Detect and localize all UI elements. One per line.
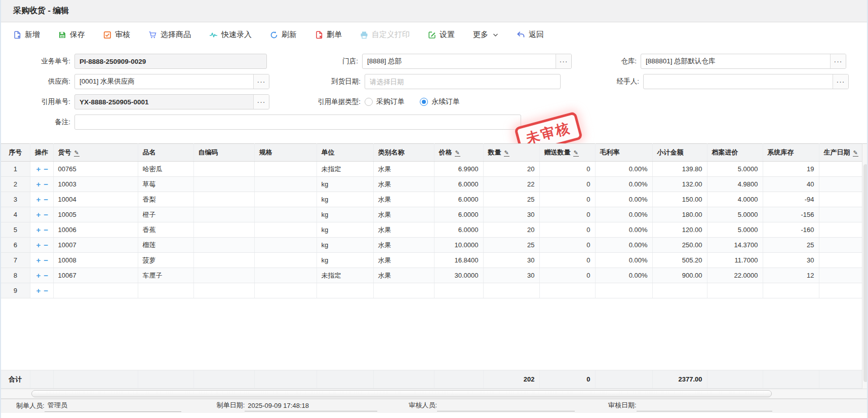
ref-no-picker-button[interactable]: ··· xyxy=(253,95,269,109)
cell-custom_code xyxy=(193,238,254,253)
remove-row-icon[interactable]: − xyxy=(42,241,50,249)
remove-row-icon[interactable]: − xyxy=(42,210,50,219)
cell-qty[interactable]: 25 xyxy=(483,238,539,253)
cell-prod_date[interactable] xyxy=(819,207,862,222)
refresh-button[interactable]: 刷新 xyxy=(270,30,297,40)
warehouse-picker-button[interactable]: ··· xyxy=(830,54,846,68)
supplier-picker-button[interactable]: ··· xyxy=(253,74,269,89)
cell-prod_date[interactable] xyxy=(819,268,862,283)
handler-picker-button[interactable]: ··· xyxy=(833,74,848,89)
remove-row-icon[interactable]: − xyxy=(42,225,50,234)
cell-price[interactable]: 6.0000 xyxy=(434,177,483,192)
cell-qty[interactable]: 30 xyxy=(483,268,539,283)
cell-gift_qty[interactable]: 0 xyxy=(539,222,595,238)
cell-item_no[interactable]: 10007 xyxy=(53,238,138,253)
remove-row-icon[interactable]: − xyxy=(42,286,50,295)
cell-price[interactable]: 30.0000 xyxy=(434,268,483,283)
quick-entry-button[interactable]: 快速录入 xyxy=(209,30,252,40)
column-header-label: 操作 xyxy=(35,148,48,156)
add-row-icon[interactable]: + xyxy=(35,241,43,249)
cell-qty[interactable]: 25 xyxy=(483,192,539,207)
cell-gift_qty[interactable] xyxy=(539,283,595,298)
cell-qty[interactable]: 30 xyxy=(483,253,539,268)
remove-row-icon[interactable]: − xyxy=(42,256,50,264)
store-picker-button[interactable]: ··· xyxy=(556,54,571,68)
cell-price[interactable]: 16.8400 xyxy=(434,253,483,268)
store-input[interactable] xyxy=(363,54,556,68)
add-row-icon[interactable]: + xyxy=(35,271,43,280)
supplier-input[interactable] xyxy=(75,74,253,89)
vertical-scrollbar[interactable] xyxy=(862,143,868,389)
remove-row-icon[interactable]: − xyxy=(42,180,50,188)
add-row-icon[interactable]: + xyxy=(35,225,43,234)
cell-price[interactable] xyxy=(434,283,483,298)
cell-subtotal: 150.00 xyxy=(652,192,707,207)
supplier-field: ··· xyxy=(74,74,269,89)
cell-item_no[interactable]: 10008 xyxy=(53,253,138,268)
add-row-icon[interactable]: + xyxy=(35,256,43,264)
add-row-icon[interactable]: + xyxy=(35,210,43,219)
handler-input[interactable] xyxy=(644,74,833,89)
radio-perpetual-order[interactable]: 永续订单 xyxy=(420,97,460,106)
cell-gift_qty[interactable]: 0 xyxy=(539,268,595,283)
cell-price[interactable]: 10.0000 xyxy=(434,238,483,253)
new-button[interactable]: 新增 xyxy=(13,30,40,40)
column-header-label: 自编码 xyxy=(199,148,218,156)
cell-gift_qty[interactable]: 0 xyxy=(539,253,595,268)
vertical-scrollbar-thumb[interactable] xyxy=(863,164,868,382)
more-button[interactable]: 更多 xyxy=(473,30,498,40)
delete-order-button[interactable]: 删单 xyxy=(315,30,342,40)
cell-item_no[interactable]: 10006 xyxy=(53,222,138,238)
add-row-icon[interactable]: + xyxy=(35,180,43,188)
cell-category: 水果 xyxy=(373,192,434,207)
cell-price[interactable]: 6.0000 xyxy=(434,207,483,222)
arrival-date-input[interactable] xyxy=(365,74,560,89)
cell-qty[interactable]: 30 xyxy=(483,207,539,222)
column-header-label: 小计金额 xyxy=(657,148,684,156)
horizontal-scrollbar[interactable] xyxy=(1,389,867,399)
save-button[interactable]: 保存 xyxy=(58,30,85,40)
add-row-icon[interactable]: + xyxy=(35,195,43,204)
cell-qty[interactable]: 20 xyxy=(483,162,539,177)
cell-item_no[interactable]: 10004 xyxy=(53,192,138,207)
cell-item_no[interactable]: 00765 xyxy=(53,162,138,177)
cell-prod_date[interactable] xyxy=(819,162,862,177)
cell-item_no[interactable]: 10005 xyxy=(53,207,138,222)
radio-purchase-order-label: 采购订单 xyxy=(376,97,405,106)
cell-gift_qty[interactable]: 0 xyxy=(539,207,595,222)
add-row-icon[interactable]: + xyxy=(35,165,43,173)
cell-qty[interactable]: 22 xyxy=(483,177,539,192)
cell-gift_qty[interactable]: 0 xyxy=(539,162,595,177)
cell-price[interactable]: 6.0000 xyxy=(434,222,483,238)
cell-prod_date[interactable] xyxy=(819,283,862,298)
cell-gift_qty[interactable]: 0 xyxy=(539,192,595,207)
back-button[interactable]: 返回 xyxy=(517,30,544,40)
cell-item_no[interactable]: 10067 xyxy=(53,268,138,283)
remove-row-icon[interactable]: − xyxy=(42,195,50,204)
settings-button[interactable]: 设置 xyxy=(428,30,455,40)
cell-gift_qty[interactable]: 0 xyxy=(539,238,595,253)
cell-qty[interactable]: 20 xyxy=(483,222,539,238)
cell-prod_date[interactable] xyxy=(819,177,862,192)
business-no-input[interactable] xyxy=(75,54,266,68)
cell-prod_date[interactable] xyxy=(819,238,862,253)
cell-prod_date[interactable] xyxy=(819,192,862,207)
cell-prod_date[interactable] xyxy=(819,253,862,268)
warehouse-input[interactable] xyxy=(641,54,830,68)
cell-gift_qty[interactable]: 0 xyxy=(539,177,595,192)
audit-button[interactable]: 审核 xyxy=(103,30,130,40)
cell-qty[interactable] xyxy=(483,283,539,298)
cell-price[interactable]: 6.0000 xyxy=(434,192,483,207)
cell-item_no[interactable] xyxy=(53,283,138,298)
radio-purchase-order[interactable]: 采购订单 xyxy=(365,97,405,106)
cell-item_no[interactable]: 10003 xyxy=(53,177,138,192)
remove-row-icon[interactable]: − xyxy=(42,165,50,173)
add-row-icon[interactable]: + xyxy=(35,286,43,295)
select-goods-button[interactable]: 选择商品 xyxy=(148,30,191,40)
remark-input[interactable] xyxy=(75,115,521,129)
cell-prod_date[interactable] xyxy=(819,222,862,238)
horizontal-scrollbar-thumb[interactable] xyxy=(31,390,772,397)
ref-no-input[interactable] xyxy=(75,95,253,109)
cell-price[interactable]: 6.9900 xyxy=(434,162,483,177)
remove-row-icon[interactable]: − xyxy=(42,271,50,280)
